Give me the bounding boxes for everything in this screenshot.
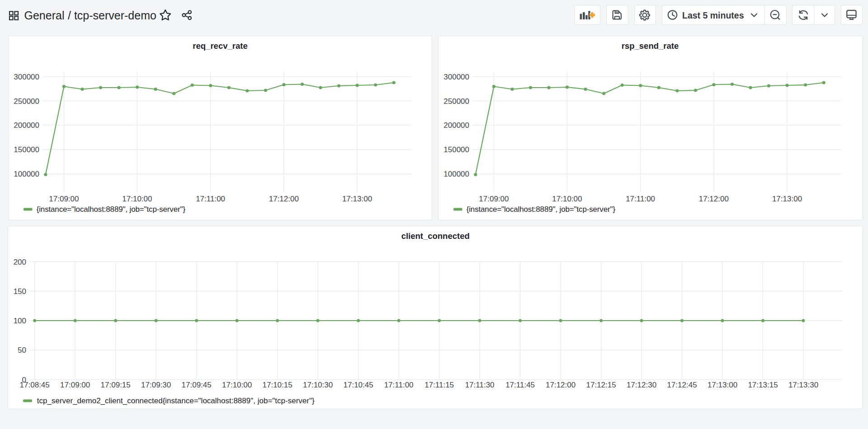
svg-text:/ tcp-server-demo: / tcp-server-demo [68, 9, 156, 22]
svg-text:17:08:45: 17:08:45 [20, 381, 50, 389]
svg-text:17:10:15: 17:10:15 [263, 381, 292, 389]
svg-text:250000: 250000 [14, 97, 39, 106]
svg-text:17:12:00: 17:12:00 [699, 195, 729, 203]
svg-text:100000: 100000 [14, 170, 39, 178]
svg-text:client_connected: client_connected [401, 231, 470, 241]
svg-text:50: 50 [18, 346, 26, 354]
svg-text:150000: 150000 [14, 145, 39, 154]
svg-text:17:11:30: 17:11:30 [465, 381, 495, 389]
svg-text:250000: 250000 [443, 97, 469, 106]
svg-text:17:13:00: 17:13:00 [772, 195, 802, 203]
svg-text:{instance="localhost:8889", jo: {instance="localhost:8889", job="tcp-ser… [467, 205, 616, 214]
svg-text:17:13:15: 17:13:15 [748, 381, 778, 389]
svg-text:17:13:30: 17:13:30 [788, 381, 818, 389]
svg-text:17:12:00: 17:12:00 [269, 195, 299, 203]
svg-text:17:09:00: 17:09:00 [60, 381, 90, 389]
svg-text:17:12:00: 17:12:00 [546, 381, 576, 389]
svg-text:17:09:15: 17:09:15 [101, 381, 131, 389]
svg-text:17:11:45: 17:11:45 [505, 381, 535, 389]
svg-text:17:09:00: 17:09:00 [479, 195, 509, 203]
svg-text:17:10:00: 17:10:00 [552, 195, 582, 203]
svg-text:150000: 150000 [443, 145, 469, 154]
svg-text:17:12:30: 17:12:30 [627, 381, 656, 389]
svg-text:17:12:45: 17:12:45 [667, 381, 697, 389]
svg-text:17:09:30: 17:09:30 [141, 381, 171, 389]
svg-text:200: 200 [14, 258, 26, 266]
svg-text:17:11:00: 17:11:00 [384, 381, 414, 389]
svg-text:300000: 300000 [443, 73, 469, 81]
svg-text:General: General [24, 9, 65, 22]
svg-text:17:09:45: 17:09:45 [182, 381, 212, 389]
svg-text:{instance="localhost:8889", jo: {instance="localhost:8889", job="tcp-ser… [37, 205, 186, 214]
svg-text:rsp_send_rate: rsp_send_rate [622, 41, 679, 51]
svg-text:200000: 200000 [443, 121, 469, 130]
svg-text:17:10:00: 17:10:00 [122, 195, 152, 203]
svg-text:17:11:15: 17:11:15 [425, 381, 454, 389]
svg-text:150: 150 [14, 287, 26, 296]
svg-text:req_recv_rate: req_recv_rate [193, 41, 247, 51]
svg-text:17:09:00: 17:09:00 [49, 195, 79, 203]
svg-text:tcp_server_demo2_client_connec: tcp_server_demo2_client_connected{instan… [37, 396, 315, 405]
svg-text:100: 100 [14, 317, 26, 325]
svg-text:Last 5 minutes: Last 5 minutes [682, 10, 744, 20]
svg-text:200000: 200000 [14, 121, 39, 130]
svg-text:17:11:00: 17:11:00 [196, 195, 225, 203]
svg-text:17:11:00: 17:11:00 [626, 195, 655, 203]
svg-text:17:13:00: 17:13:00 [708, 381, 737, 389]
svg-text:17:10:00: 17:10:00 [222, 381, 252, 389]
svg-text:100000: 100000 [443, 170, 469, 178]
svg-text:300000: 300000 [14, 73, 39, 81]
svg-text:17:12:15: 17:12:15 [586, 381, 616, 389]
svg-text:17:13:00: 17:13:00 [342, 195, 372, 203]
svg-text:17:10:30: 17:10:30 [303, 381, 333, 389]
svg-text:17:10:45: 17:10:45 [344, 381, 373, 389]
